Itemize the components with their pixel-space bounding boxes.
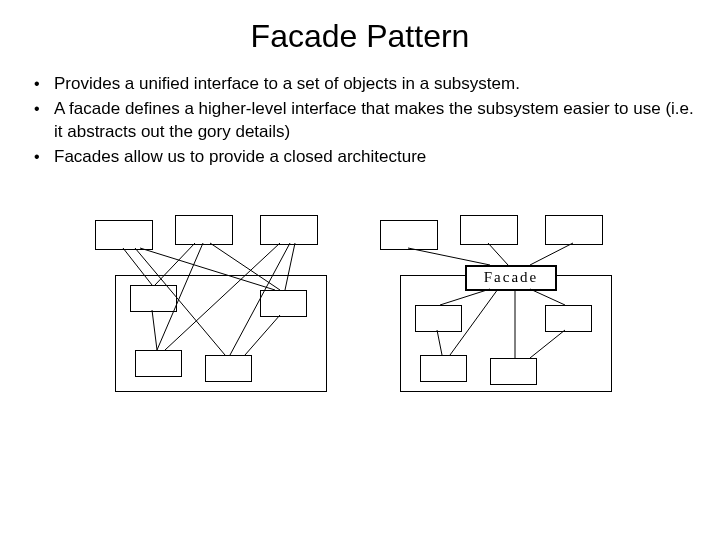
svg-line-13 bbox=[530, 243, 573, 265]
subsystem-class bbox=[415, 305, 462, 332]
client-box bbox=[545, 215, 603, 245]
svg-line-12 bbox=[488, 243, 508, 265]
client-box bbox=[460, 215, 518, 245]
client-box bbox=[260, 215, 318, 245]
subsystem-class bbox=[545, 305, 592, 332]
bullet-item: Provides a unified interface to a set of… bbox=[28, 73, 700, 96]
subsystem-class bbox=[135, 350, 182, 377]
client-box bbox=[175, 215, 233, 245]
bullet-list: Provides a unified interface to a set of… bbox=[28, 73, 700, 169]
subsystem-class bbox=[490, 358, 537, 385]
bullet-item: A facade defines a higher-level interfac… bbox=[28, 98, 700, 144]
subsystem-class bbox=[260, 290, 307, 317]
svg-line-11 bbox=[408, 248, 490, 265]
client-box bbox=[95, 220, 153, 250]
subsystem-class bbox=[205, 355, 252, 382]
facade-box: Facade bbox=[465, 265, 557, 291]
subsystem-class bbox=[130, 285, 177, 312]
subsystem-class bbox=[420, 355, 467, 382]
page-title: Facade Pattern bbox=[0, 18, 720, 55]
client-box bbox=[380, 220, 438, 250]
bullet-item: Facades allow us to provide a closed arc… bbox=[28, 146, 700, 169]
diagram-area: Facade bbox=[0, 210, 720, 510]
diagram-without-facade bbox=[95, 210, 355, 400]
diagram-with-facade: Facade bbox=[380, 210, 640, 400]
